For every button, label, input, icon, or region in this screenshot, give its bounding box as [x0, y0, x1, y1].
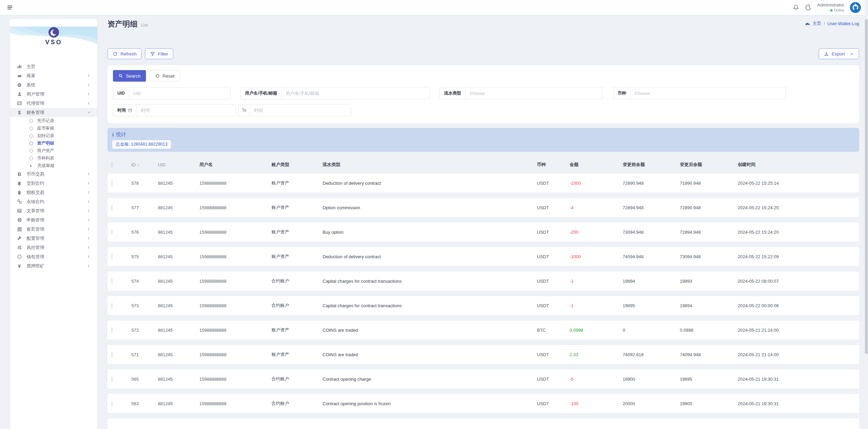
time-to-field[interactable] [250, 104, 351, 116]
search-icon [118, 73, 123, 78]
cell-created: 2024-05-22 15:22:09 [738, 254, 855, 259]
row-checkbox[interactable] [112, 352, 112, 357]
sidebar-item-风控管理[interactable]: 风控管理 [10, 243, 97, 252]
sidebar-item-label: 首页管理 [27, 226, 44, 232]
cell-username: 15988888888 [199, 181, 272, 186]
column-header-用户名: 用户名 [199, 162, 272, 168]
sidebar-subitem-提币审核[interactable]: 提币审核 [10, 125, 97, 132]
sidebar-item-用户管理[interactable]: 用户管理 [10, 89, 97, 99]
breadcrumb-current[interactable]: User-Wallet-Log [828, 21, 859, 26]
row-checkbox[interactable] [112, 377, 112, 382]
row-checkbox[interactable] [112, 401, 112, 406]
filter-button[interactable]: Filter [145, 48, 173, 59]
flow-type-field-label: 流水类型 [440, 87, 465, 99]
bell-icon[interactable] [792, 4, 799, 11]
row-checkbox[interactable] [112, 328, 112, 333]
sidebar-item-首页管理[interactable]: 首页管理 [10, 225, 97, 234]
chevron-left-icon [87, 101, 91, 105]
cell-flow_type: Contract opening position is frozen [323, 401, 537, 406]
export-button[interactable]: Export [819, 48, 859, 59]
cell-id: 574 [131, 279, 158, 284]
row-checkbox[interactable] [112, 254, 112, 259]
row-checkbox[interactable] [112, 181, 112, 186]
time-from-field[interactable] [137, 104, 236, 116]
cell-amount: -1 [570, 279, 623, 284]
sidebar-item-财务管理[interactable]: $财务管理 [10, 108, 97, 117]
sidebar-item-币币交易[interactable]: B币币交易 [10, 169, 97, 179]
uid-field[interactable] [129, 87, 230, 99]
sidebar-item-label: 系统 [27, 82, 35, 88]
cell-before: 19894 [623, 279, 680, 284]
breadcrumb-separator: / [824, 21, 825, 26]
column-header-ID[interactable]: ID↑ [131, 162, 158, 167]
cell-uid: 881245 [158, 205, 199, 210]
row-checkbox-cell [112, 352, 131, 357]
scrollbar-thumb[interactable] [865, 19, 868, 354]
id-card-icon [16, 101, 22, 106]
row-checkbox[interactable] [112, 279, 112, 284]
chevron-left-icon [87, 254, 91, 259]
sidebar-subitem-划转记录[interactable]: 划转记录 [10, 132, 97, 139]
sidebar-item-配置管理[interactable]: 配置管理 [10, 234, 97, 243]
table-row: 57388124515988888888合约账户Capital charges … [108, 296, 859, 315]
sidebar-item-永续合约[interactable]: 永续合约 [10, 197, 97, 206]
circle-icon [29, 119, 33, 123]
sidebar-subitem-资产明细[interactable]: 资产明细 [10, 139, 97, 147]
sidebar-item-主页[interactable]: 主页 [10, 62, 97, 71]
sidebar-item-文章管理[interactable]: 文章管理 [10, 206, 97, 215]
cell-id: 575 [131, 254, 158, 259]
cell-uid: 881245 [158, 401, 199, 406]
user-status-label: Online [834, 9, 844, 13]
sidebar-subitem-充值审核[interactable]: ◑充值审核 [10, 162, 97, 169]
cell-account_type: 合约账户 [272, 376, 323, 382]
cell-account_type: 账户资产 [272, 351, 323, 358]
column-header-账户类型: 账户类型 [272, 162, 323, 168]
cell-username: 15988888888 [199, 328, 272, 333]
select-all-checkbox[interactable] [112, 162, 112, 167]
column-header-label: 创建时间 [738, 162, 755, 167]
cell-account_type: 合约账户 [272, 302, 323, 309]
refresh-button[interactable]: Refresh [108, 48, 142, 59]
reset-button[interactable]: Reset [149, 70, 180, 82]
search-button[interactable]: Search [113, 70, 146, 82]
cell-coin: USDT [537, 377, 570, 382]
cell-username: 15988888888 [199, 352, 272, 357]
sidebar-item-label: 财务管理 [27, 110, 44, 116]
sidebar-item-质押挖矿[interactable]: ¥质押挖矿 [10, 261, 97, 270]
flow-type-select[interactable] [465, 87, 603, 99]
sidebar-item-商家[interactable]: 商家 [10, 71, 97, 80]
cell-uid: 881245 [158, 328, 199, 333]
row-checkbox-cell [112, 303, 131, 308]
uid-field-label: UID [113, 87, 129, 99]
user-menu[interactable]: Administrator Online [817, 3, 844, 12]
chevron-left-icon [87, 190, 91, 195]
sidebar-item-系统[interactable]: ⚙系统 [10, 80, 97, 89]
row-checkbox[interactable] [112, 230, 112, 235]
filter-group-username: 用户名/手机/邮箱 [241, 87, 429, 99]
chain-icon [16, 199, 22, 204]
sidebar-item-代理管理[interactable]: 代理管理 [10, 99, 97, 108]
moon-icon[interactable] [805, 4, 812, 11]
cell-username: 15988888888 [199, 230, 272, 235]
sidebar-item-label: 申购管理 [27, 217, 44, 223]
sidebar-item-交割合约[interactable]: ฿交割合约 [10, 179, 97, 188]
sidebar-item-钱包管理[interactable]: 钱包管理 [10, 252, 97, 261]
row-checkbox[interactable] [112, 205, 112, 210]
breadcrumb-home-link[interactable]: 主页 [813, 20, 821, 27]
coin-select[interactable] [630, 87, 786, 99]
avatar[interactable] [850, 2, 861, 13]
filter-icon [150, 51, 155, 56]
hamburger-menu-icon[interactable] [7, 4, 13, 11]
sidebar-subitem-用户资产[interactable]: 用户资产 [10, 147, 97, 154]
sidebar-item-申购管理[interactable]: 申购管理 [10, 215, 97, 225]
cell-after: 19894 [680, 303, 738, 308]
sidebar-item-期权交易[interactable]: ฿期权交易 [10, 188, 97, 197]
dollar-icon: $ [16, 110, 22, 115]
cell-flow_type: Capital charges for contract transaction… [323, 279, 537, 284]
username-field[interactable] [281, 87, 429, 99]
sidebar-subitem-币种列表[interactable]: 币种列表 [10, 154, 97, 162]
sidebar-item-label: 代理管理 [27, 100, 44, 106]
row-checkbox[interactable] [112, 303, 112, 308]
cell-coin: USDT [537, 279, 570, 284]
sidebar-subitem-充币记录[interactable]: 充币记录 [10, 117, 97, 125]
